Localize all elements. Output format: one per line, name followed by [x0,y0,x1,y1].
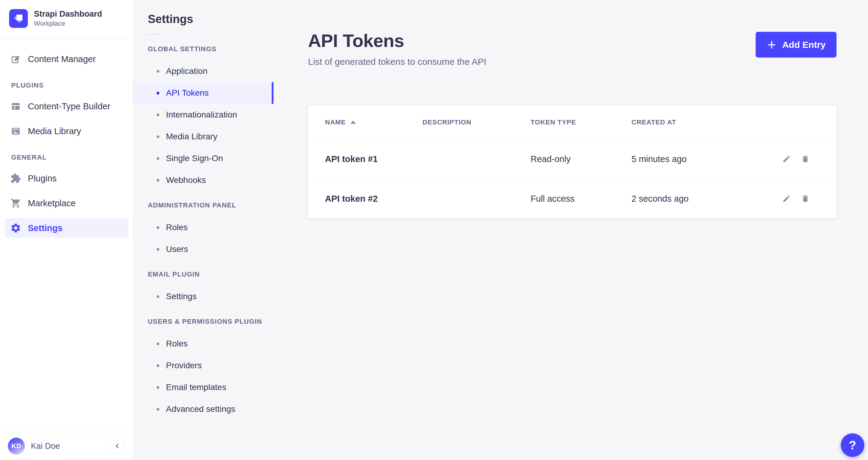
bullet-icon [157,226,159,229]
divider [148,34,162,35]
delete-button[interactable] [801,194,810,204]
nav-item-label: Plugins [28,174,57,184]
nav-section-general: GENERAL [11,154,128,161]
nav-item-settings[interactable]: Settings [5,218,128,238]
workspace-switcher[interactable]: Strapi Dashboard Workplace [0,0,133,39]
bullet-icon [157,135,159,138]
sort-by-name[interactable]: NAME [325,118,423,126]
subnav-item-providers[interactable]: Providers [133,355,274,376]
brand-text: Strapi Dashboard Workplace [34,9,102,28]
edit-button[interactable] [782,154,792,164]
strapi-dashboard: Strapi Dashboard Workplace Content Manag… [0,0,868,460]
nav-section-plugins: PLUGINS [11,82,128,89]
token-type: Full access [531,194,631,204]
workspace-name: Workplace [34,20,102,28]
column-header-token-type: TOKEN TYPE [531,118,631,126]
sidebar-footer: KD Kai Doe [0,432,133,460]
plugins-icon [10,173,21,184]
user-avatar[interactable]: KD [8,438,25,455]
bullet-icon [157,386,159,389]
chevron-left-icon [113,442,121,450]
content-type-builder-icon [10,101,21,112]
nav-item-label: Media Library [28,126,81,136]
pencil-icon [782,194,791,203]
subnav-item-email-settings[interactable]: Settings [133,285,274,307]
subnav-item-api-tokens[interactable]: API Tokens [133,82,274,104]
pencil-icon [782,155,791,163]
page-subtitle: List of generated tokens to consume the … [308,57,837,67]
table-header-row: NAME DESCRIPTION TOKEN TYPE CREATED AT [308,105,837,139]
plus-icon [767,40,777,50]
media-library-icon [10,126,21,136]
bullet-icon [157,408,159,411]
bullet-icon [157,157,159,160]
brand-title: Strapi Dashboard [34,9,102,20]
subnav-section-users-permissions-plugin: USERS & PERMISSIONS PLUGIN [148,318,274,326]
subnav-title: Settings [133,13,274,26]
bullet-icon [157,248,159,251]
row-actions [762,194,837,204]
nav-item-marketplace[interactable]: Marketplace [5,193,128,213]
delete-button[interactable] [801,154,810,164]
api-tokens-table: NAME DESCRIPTION TOKEN TYPE CREATED AT A… [308,105,837,218]
bullet-icon [157,295,159,298]
trash-icon [801,155,810,163]
subnav-item-roles[interactable]: Roles [133,217,274,238]
nav-item-label: Content-Type Builder [28,101,110,112]
table-row[interactable]: API token #2 Full access 2 seconds ago [308,179,837,218]
row-actions [762,154,837,164]
subnav-item-up-roles[interactable]: Roles [133,333,274,355]
column-header-name: NAME [308,118,423,126]
subnav-item-single-sign-on[interactable]: Single Sign-On [133,148,274,169]
column-header-created-at: CREATED AT [631,118,762,126]
collapse-sidebar-button[interactable] [109,438,125,454]
nav-item-label: Content Manager [28,54,96,64]
token-type: Read-only [531,154,631,164]
bullet-icon [157,114,159,116]
user-name: Kai Doe [31,441,60,451]
edit-button[interactable] [782,194,792,204]
token-created-at: 2 seconds ago [631,194,762,204]
nav-item-label: Marketplace [28,198,76,208]
table-row[interactable]: API token #1 Read-only 5 minutes ago [308,139,837,179]
subnav-item-email-templates[interactable]: Email templates [133,376,274,398]
sort-ascending-icon [350,121,356,124]
content-manager-icon [10,54,21,64]
main-nav: Content Manager PLUGINS Content-Type Bui… [0,39,133,432]
subnav-item-users[interactable]: Users [133,238,274,260]
nav-item-media-library[interactable]: Media Library [5,121,128,141]
nav-item-content-type-builder[interactable]: Content-Type Builder [5,97,128,116]
main-content: API Tokens List of generated tokens to c… [274,0,868,460]
subnav-section-email-plugin: EMAIL PLUGIN [148,270,274,278]
token-name: API token #2 [308,194,423,204]
subnav-section-global-settings: GLOBAL SETTINGS [148,45,274,53]
trash-icon [801,194,810,203]
subnav-item-internationalization[interactable]: Internationalization [133,104,274,126]
bullet-icon [157,179,159,182]
column-header-description: DESCRIPTION [423,118,531,126]
settings-gear-icon [10,222,21,234]
add-entry-button[interactable]: Add Entry [756,32,837,58]
bullet-icon [157,342,159,345]
nav-item-plugins[interactable]: Plugins [5,169,128,188]
subnav-section-administration-panel: ADMINISTRATION PANEL [148,202,274,209]
subnav-item-webhooks[interactable]: Webhooks [133,169,274,191]
subnav-item-advanced-settings[interactable]: Advanced settings [133,398,274,420]
bullet-icon [157,364,159,367]
subnav-item-media-library[interactable]: Media Library [133,126,274,148]
nav-item-label: Settings [28,223,62,233]
main-sidebar: Strapi Dashboard Workplace Content Manag… [0,0,133,460]
subnav-item-application[interactable]: Application [133,60,274,82]
strapi-logo-icon [9,9,28,28]
nav-item-content-manager[interactable]: Content Manager [5,49,128,69]
bullet-icon [157,92,159,94]
token-name: API token #1 [308,154,423,164]
marketplace-icon [10,198,21,209]
help-button[interactable]: ? [841,433,864,457]
token-created-at: 5 minutes ago [631,154,762,164]
bullet-icon [157,70,159,73]
settings-subnav: Settings GLOBAL SETTINGS Application API… [133,0,274,460]
